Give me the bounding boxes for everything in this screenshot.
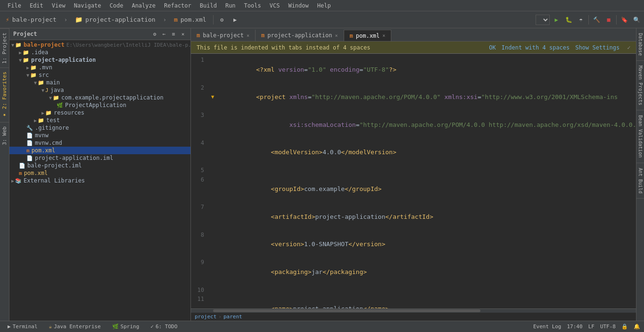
notif-show-settings-button[interactable]: Show Settings bbox=[575, 44, 619, 51]
line-gutter-1 bbox=[208, 56, 217, 83]
tree-project-app-class[interactable]: 🌿 ProjectApplication bbox=[9, 101, 190, 109]
breadcrumb-bar: project › parent bbox=[191, 312, 636, 321]
status-right: Event Log 17:40 LF UTF-8 🔒 🔔 bbox=[533, 324, 640, 330]
menu-window[interactable]: Window bbox=[284, 1, 312, 10]
menu-view[interactable]: View bbox=[48, 1, 69, 10]
tree-root-pom[interactable]: m pom.xml bbox=[9, 169, 190, 177]
notif-indent-button[interactable]: Indent with 4 spaces bbox=[502, 44, 570, 51]
project-app-icon: 📁 bbox=[75, 16, 83, 23]
terminal-label: Terminal bbox=[13, 324, 38, 330]
line-gutter-3 bbox=[208, 111, 217, 139]
menu-file[interactable]: File bbox=[4, 1, 25, 10]
run-config-select[interactable] bbox=[536, 15, 550, 25]
tree-com-example[interactable]: ▼ 📁 com.example.projectapplication bbox=[9, 94, 190, 101]
debug-button[interactable]: 🐛 bbox=[563, 14, 574, 25]
settings-icon[interactable]: ⚙ bbox=[216, 14, 228, 25]
tab-database[interactable]: Database bbox=[636, 28, 644, 61]
menu-refactor[interactable]: Refactor bbox=[160, 1, 195, 10]
tab-bale-project[interactable]: m bale-project × bbox=[191, 30, 256, 41]
menu-run[interactable]: Run bbox=[222, 1, 239, 10]
tree-external-libs[interactable]: ▶ 📚 External Libraries bbox=[9, 177, 190, 184]
menu-edit[interactable]: Edit bbox=[26, 1, 47, 10]
tree-test[interactable]: ▶ 📁 test bbox=[9, 116, 190, 124]
line-gutter-2: ▼ bbox=[208, 83, 217, 111]
tree-mvnw[interactable]: 📄 mvnw bbox=[9, 132, 190, 139]
notification-icon[interactable]: 🔔 bbox=[634, 324, 640, 330]
run-button[interactable]: ▶ bbox=[551, 14, 562, 25]
tree-bale-iml[interactable]: 📄 bale-project.iml bbox=[9, 162, 190, 169]
panel-close-icon[interactable]: × bbox=[179, 30, 187, 38]
breadcrumb-parent[interactable]: parent bbox=[223, 314, 242, 320]
tree-app-iml[interactable]: 📄 project-application.iml bbox=[9, 154, 190, 162]
tab-project[interactable]: 1: Project bbox=[0, 28, 9, 67]
tab-bale-icon: m bbox=[197, 32, 200, 39]
tab-favorites[interactable]: ★ 2: Favorites bbox=[0, 67, 9, 122]
tab-bale-close[interactable]: × bbox=[247, 33, 249, 38]
tab-project-application[interactable]: m project-application × bbox=[256, 30, 344, 41]
status-terminal[interactable]: ▶ Terminal bbox=[4, 323, 41, 331]
tree-pom-xml-selected[interactable]: m pom.xml bbox=[9, 147, 190, 154]
tab-proj-close[interactable]: × bbox=[335, 33, 338, 38]
notif-ok-button[interactable]: OK bbox=[489, 44, 495, 51]
status-encoding[interactable]: UTF-8 bbox=[600, 324, 616, 330]
line-content-7: <artifactId>project-application</artifac… bbox=[217, 203, 636, 231]
menu-tools[interactable]: Tools bbox=[240, 1, 265, 10]
tree-idea[interactable]: ▶ 📁 .idea bbox=[9, 49, 190, 56]
menu-build[interactable]: Build bbox=[196, 1, 221, 10]
search-everywhere-icon[interactable]: 🔍 bbox=[631, 14, 642, 25]
run-project-icon[interactable]: ▶ bbox=[230, 14, 241, 25]
panel-collapse-icon[interactable]: ← bbox=[160, 30, 168, 38]
tree-gitignore[interactable]: 🔧 .gitignore bbox=[9, 124, 190, 132]
event-log-label[interactable]: Event Log bbox=[533, 324, 561, 330]
tree-resources[interactable]: ▶ 📁 resources bbox=[9, 109, 190, 116]
tab-pom-xml[interactable]: m pom.xml × bbox=[344, 30, 392, 41]
tab-bean-validation[interactable]: Bean Validation bbox=[636, 110, 644, 163]
notif-close-icon[interactable]: ✓ bbox=[627, 44, 630, 51]
status-line-ending[interactable]: LF bbox=[588, 324, 594, 330]
line-num-11: 11 bbox=[191, 295, 208, 308]
stop-button[interactable]: ■ bbox=[603, 14, 614, 25]
menu-navigate[interactable]: Navigate bbox=[70, 1, 105, 10]
menu-analyze[interactable]: Analyze bbox=[128, 1, 159, 10]
status-java-enterprise[interactable]: ☕ Java Enterprise bbox=[45, 323, 105, 331]
code-line-2: 2 ▼ <project xmlns="http://maven.apache.… bbox=[191, 83, 636, 111]
todo-label: 6: TODO bbox=[156, 324, 177, 330]
build-button[interactable]: 🔨 bbox=[591, 14, 602, 25]
left-sidebar-tabs: 1: Project ★ 2: Favorites 3: Web bbox=[0, 28, 9, 321]
notification-message: This file is indented with tabs instead … bbox=[197, 44, 370, 51]
breadcrumb-project[interactable]: project bbox=[195, 314, 216, 320]
tree-src[interactable]: ▼ 📁 src bbox=[9, 71, 190, 79]
prolog-tag: <?xml bbox=[256, 66, 278, 73]
menu-code[interactable]: Code bbox=[106, 1, 127, 10]
tree-main[interactable]: ▼ 📁 main bbox=[9, 79, 190, 86]
toolbar-sep2: › bbox=[161, 17, 168, 23]
panel-settings-icon[interactable]: ⚙ bbox=[151, 30, 158, 38]
toolbar-project1-label: bale-project bbox=[12, 16, 57, 23]
menu-help[interactable]: Help bbox=[314, 1, 335, 10]
line-content-10 bbox=[217, 286, 636, 295]
code-editor[interactable]: 1 <?xml version="1.0" encoding="UTF-8"?>… bbox=[191, 54, 636, 308]
panel-gear-icon[interactable]: ≡ bbox=[170, 30, 177, 38]
tree-project-application[interactable]: ▼ 📁 project-application bbox=[9, 56, 190, 64]
menu-vcs[interactable]: VCS bbox=[266, 1, 284, 10]
tree-java[interactable]: ▼ J java bbox=[9, 86, 190, 94]
tree-root[interactable]: ▼ 📁 bale-project E:\Users\wangbeier\Inte… bbox=[9, 41, 190, 49]
code-line-1: 1 <?xml version="1.0" encoding="UTF-8"?> bbox=[191, 56, 636, 83]
tab-maven[interactable]: Maven Projects bbox=[636, 61, 644, 110]
tab-pom-close[interactable]: × bbox=[382, 33, 385, 38]
toolbar-divider2 bbox=[588, 15, 589, 25]
horizontal-scrollbar[interactable] bbox=[191, 308, 636, 312]
tab-ant-build[interactable]: Ant Build bbox=[636, 163, 644, 199]
status-spring[interactable]: 🌿 Spring bbox=[108, 323, 143, 331]
bookmark-icon[interactable]: 🔖 bbox=[619, 14, 630, 25]
tab-web[interactable]: 3: Web bbox=[0, 122, 9, 149]
status-todo[interactable]: ✓ 6: TODO bbox=[147, 323, 181, 331]
xmlnsxsi-attr: xmlns:xsi bbox=[441, 93, 478, 100]
coverage-button[interactable]: ☂ bbox=[575, 14, 586, 25]
tree-mvn[interactable]: ▶ 📁 .mvn bbox=[9, 64, 190, 71]
line-content-2: <project xmlns="http://maven.apache.org/… bbox=[217, 83, 636, 111]
line-content-8: <version>1.0-SNAPSHOT</version> bbox=[217, 231, 636, 258]
line-num-10: 10 bbox=[191, 286, 208, 295]
line-content-11: <name>project-application</name> bbox=[217, 295, 636, 308]
tree-mvnw-cmd[interactable]: 📄 mvnw.cmd bbox=[9, 139, 190, 147]
